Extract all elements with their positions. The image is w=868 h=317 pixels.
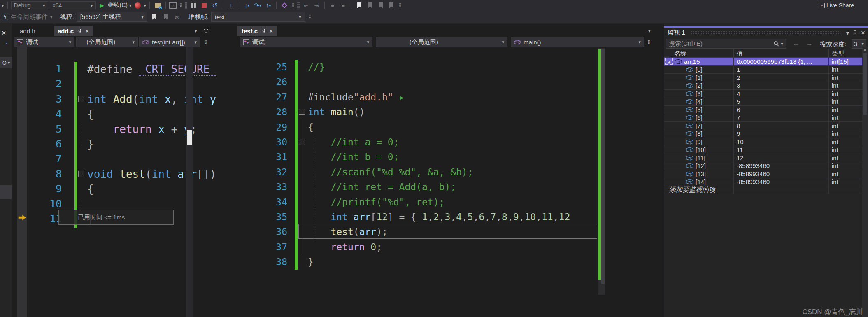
step-into-icon[interactable]: ↓● bbox=[242, 1, 251, 10]
pin-icon[interactable] bbox=[77, 28, 82, 33]
scrollbar-thumb[interactable] bbox=[863, 53, 867, 115]
watch-value[interactable]: 1 bbox=[734, 66, 829, 74]
close-icon[interactable]: × bbox=[269, 28, 273, 35]
step-over-icon[interactable]: ↷● bbox=[253, 1, 262, 10]
tab-list-caret[interactable]: ▾ bbox=[648, 29, 651, 33]
scrollbar[interactable] bbox=[598, 48, 605, 295]
expander-icon[interactable]: ◢ bbox=[665, 58, 673, 65]
outdent-icon[interactable]: ≡ bbox=[339, 1, 348, 10]
live-share-icon[interactable]: ↗ bbox=[819, 3, 825, 8]
search-icon[interactable] bbox=[773, 41, 779, 47]
watch-column-headers[interactable]: 名称 值 类型 bbox=[664, 49, 863, 58]
scope-dropdown[interactable]: (全局范围)▾ bbox=[76, 37, 138, 47]
watch-row[interactable]: [13]-858993460int bbox=[664, 170, 863, 178]
continue-icon[interactable]: ▶ bbox=[98, 1, 107, 10]
toolbar-grip[interactable] bbox=[297, 2, 300, 9]
code-line[interactable]: 37 return 0; bbox=[237, 240, 657, 254]
watch-value[interactable]: 2 bbox=[734, 74, 829, 82]
watch-row[interactable]: [1]2int bbox=[664, 74, 863, 82]
watch-row[interactable]: [7]8int bbox=[664, 122, 863, 130]
stack-frame-dropdown[interactable]: test ▾ bbox=[211, 12, 305, 22]
code-line[interactable]: 3−int Add(int x, int y bbox=[12, 92, 214, 107]
frame-prev-icon[interactable]: ⇤ bbox=[301, 1, 310, 10]
profiler-icon[interactable] bbox=[280, 1, 289, 10]
code-line[interactable]: 7 bbox=[12, 152, 214, 166]
pin-icon[interactable] bbox=[852, 30, 858, 35]
member-dropdown[interactable]: test(int arr[])▾ bbox=[139, 37, 200, 47]
code-line[interactable]: 5 return x + y; bbox=[12, 122, 214, 137]
show-next-icon[interactable]: ↓ bbox=[226, 1, 235, 10]
lifecycle-events-icon[interactable]: ϟ bbox=[2, 14, 8, 20]
watch-row[interactable]: [5]6int bbox=[664, 106, 863, 114]
code-line[interactable]: 10 bbox=[12, 197, 214, 212]
fold-collapse-icon[interactable]: − bbox=[299, 139, 305, 145]
watch-value[interactable]: 11 bbox=[734, 146, 829, 154]
code-line[interactable]: 4{ bbox=[12, 107, 214, 121]
chevron-icon[interactable]: '' bbox=[6, 42, 7, 47]
member-dropdown[interactable]: main()▾ bbox=[511, 37, 644, 47]
toolbar-options-icon[interactable]: ≡▾ bbox=[291, 3, 296, 7]
hot-reload-icon[interactable] bbox=[133, 1, 142, 10]
flagged-threads-icon[interactable] bbox=[161, 12, 170, 21]
stop-icon[interactable] bbox=[200, 1, 209, 10]
code-line[interactable]: 32 //scanf("%d %d", &a, &b); bbox=[237, 165, 657, 179]
code-line[interactable]: 25//} bbox=[237, 60, 657, 75]
watch-value[interactable]: -858993460 bbox=[734, 178, 829, 186]
split-editor-icon[interactable]: ⇕ bbox=[203, 39, 208, 45]
project-dropdown[interactable]: ⁺₊ 调试▾ bbox=[14, 37, 74, 47]
tab-testc[interactable]: test.c × bbox=[237, 26, 277, 36]
watch-search-input[interactable]: 搜索(Ctrl+E) ▾ bbox=[666, 39, 786, 49]
watch-row[interactable]: [11]12int bbox=[664, 154, 863, 162]
watch-value[interactable]: 9 bbox=[734, 130, 829, 138]
tab-list-caret[interactable]: ▾ bbox=[195, 29, 197, 33]
bookmark-clear-icon[interactable] bbox=[387, 1, 396, 10]
scrollbar-thumb[interactable] bbox=[187, 130, 192, 145]
code-line[interactable]: 9{ bbox=[12, 182, 214, 196]
watch-row[interactable]: [9]10int bbox=[664, 138, 863, 146]
scroll-up-icon[interactable]: ▲ bbox=[863, 47, 867, 51]
watch-row[interactable]: [10]11int bbox=[664, 146, 863, 154]
watch-row[interactable]: [4]5int bbox=[664, 98, 863, 106]
watch-value[interactable]: 12 bbox=[734, 154, 829, 162]
tab-addh[interactable]: add.h bbox=[16, 26, 40, 36]
watch-value[interactable]: -858993460 bbox=[734, 170, 829, 178]
suspend-icon[interactable]: ⋈ bbox=[173, 12, 182, 21]
watch-row[interactable]: [6]7int bbox=[664, 114, 863, 122]
bookmark-icon[interactable] bbox=[355, 1, 364, 10]
code-line[interactable]: 27#include"add.h" ▸ bbox=[237, 90, 657, 105]
watch-value[interactable]: 10 bbox=[734, 138, 829, 146]
watch-value[interactable]: 6 bbox=[734, 106, 829, 114]
code-line[interactable]: 31 //int b = 0; bbox=[237, 149, 657, 164]
code-line[interactable]: 35 int arr[12] = { 1,2,3,4,5,6,7,8,9,10,… bbox=[237, 210, 657, 224]
pause-icon[interactable] bbox=[189, 1, 198, 10]
watch-row[interactable]: [8]9int bbox=[664, 130, 863, 138]
indent-icon[interactable]: ≡ bbox=[328, 1, 337, 10]
fold-collapse-icon[interactable]: − bbox=[78, 171, 84, 177]
find-icon[interactable] bbox=[153, 1, 162, 10]
live-share-button[interactable]: Live Share bbox=[826, 2, 854, 9]
watch-value[interactable]: 8 bbox=[734, 122, 829, 130]
code-line[interactable]: 38} bbox=[237, 254, 657, 269]
toolbar-options-icon[interactable]: ≡▾ bbox=[178, 3, 183, 7]
hot-reload-caret[interactable]: ▾ bbox=[144, 3, 147, 8]
scrollbar[interactable]: ▲ bbox=[862, 47, 868, 317]
overflow-caret[interactable]: ▾ bbox=[2, 3, 4, 8]
tab-addc[interactable]: add.c × bbox=[54, 26, 93, 36]
watch-title-bar[interactable]: 监视 1 ▾ × bbox=[664, 28, 868, 38]
code-editor-addc[interactable]: 1#define _CRT_SECURE_23−int Add(int x, i… bbox=[12, 62, 214, 226]
code-line[interactable]: 33 //int ret = Add(a, b); bbox=[237, 179, 657, 194]
search-options-caret[interactable]: ▾ bbox=[781, 42, 783, 46]
watch-value[interactable]: -858993460 bbox=[734, 162, 829, 170]
thread-dropdown[interactable]: [56592] 主线程 ▾ bbox=[77, 12, 147, 22]
search-next-icon[interactable]: → bbox=[806, 40, 813, 48]
watch-row[interactable]: [2]3int bbox=[664, 82, 863, 90]
continue-caret[interactable]: ▾ bbox=[129, 3, 132, 8]
watch-row[interactable]: ◢arr,150x000000599b73fb18 {1, ...int[15] bbox=[664, 58, 863, 66]
code-line[interactable]: 8−void test(int arr[]) bbox=[12, 167, 214, 182]
collapsed-dropdown[interactable]: O▾ bbox=[0, 57, 12, 68]
platform-dropdown[interactable]: x64 ▾ bbox=[50, 1, 96, 9]
watch-value[interactable]: 3 bbox=[734, 82, 829, 90]
watch-row[interactable]: [12]-858993460int bbox=[664, 162, 863, 170]
toolbar-options-icon[interactable]: ≡▾ bbox=[307, 15, 312, 19]
close-icon[interactable]: × bbox=[85, 28, 89, 35]
